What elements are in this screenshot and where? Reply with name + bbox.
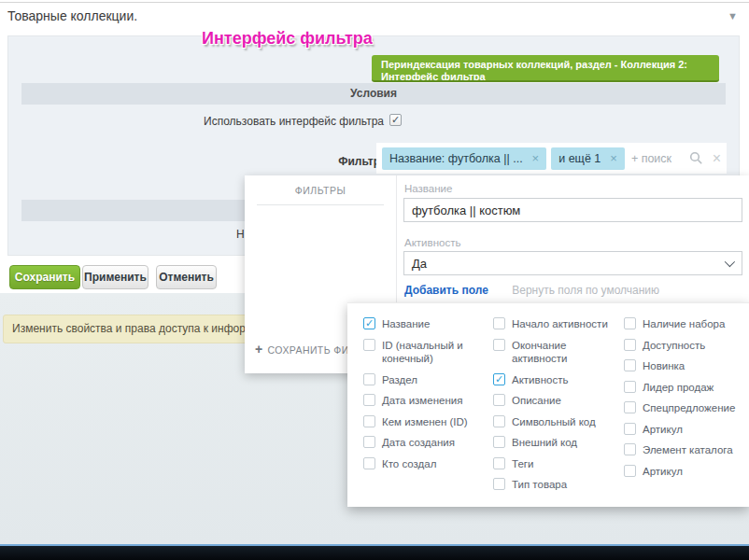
checkbox[interactable] bbox=[363, 394, 375, 406]
field-checkbox-item[interactable]: Кто создал bbox=[363, 457, 493, 471]
checkbox[interactable] bbox=[624, 381, 636, 393]
activity-field-label: Активность bbox=[404, 237, 460, 248]
field-checkbox-item[interactable]: ✓ Название bbox=[363, 317, 493, 331]
page-root: Товарные коллекции. ▼ Интерфейс фильтра … bbox=[0, 0, 749, 560]
field-label: Артикул bbox=[643, 465, 690, 479]
top-divider bbox=[0, 2, 749, 3]
checkbox[interactable] bbox=[493, 317, 505, 329]
field-checkbox-item[interactable]: Дата изменения bbox=[363, 394, 493, 408]
restore-fields-link[interactable]: Вернуть поля по умолчанию bbox=[512, 284, 659, 297]
apply-button[interactable]: Применить bbox=[82, 265, 148, 289]
filter-search-bar[interactable]: Название: футболка || ... × и ещё 1 × × bbox=[376, 143, 727, 174]
cancel-button[interactable]: Отменить bbox=[156, 265, 217, 289]
filter-search-input[interactable] bbox=[629, 151, 687, 166]
field-checkbox-item[interactable]: Элемент каталога bbox=[624, 443, 743, 457]
reindex-toast: Периндексация товарных коллекций, раздел… bbox=[372, 55, 719, 82]
field-checkbox-item[interactable]: Лидер продаж bbox=[624, 381, 743, 395]
field-checkbox-item[interactable]: Наличие набора bbox=[624, 317, 743, 331]
field-checkbox-item[interactable]: Теги bbox=[493, 457, 624, 471]
field-label: Внешний код bbox=[512, 436, 585, 450]
checkbox[interactable] bbox=[624, 465, 636, 477]
filter-chip-label: Название: футболка || ... bbox=[389, 152, 523, 165]
field-label: Активность bbox=[512, 373, 575, 387]
checkbox[interactable] bbox=[493, 436, 505, 448]
field-checkbox-item[interactable]: Дата создания bbox=[363, 436, 493, 450]
hidden-row-label-fragment: Н bbox=[236, 228, 245, 241]
filter-chip[interactable]: Название: футболка || ... × bbox=[382, 147, 546, 170]
fields-column: Начало активности Окончание активности ✓… bbox=[493, 317, 624, 507]
checkbox[interactable] bbox=[624, 423, 636, 435]
search-icon[interactable] bbox=[689, 151, 703, 165]
field-label: Тип товара bbox=[512, 478, 574, 492]
checkbox[interactable] bbox=[493, 339, 505, 351]
checkbox[interactable] bbox=[363, 415, 375, 427]
annotation-heading: Интерфейс фильтра bbox=[202, 29, 373, 49]
field-checkbox-item[interactable]: ID (начальный и конечный) bbox=[363, 339, 493, 366]
page-title: Товарные коллекции. bbox=[7, 8, 137, 23]
name-field-input[interactable] bbox=[403, 198, 742, 222]
checkbox[interactable] bbox=[493, 394, 505, 406]
field-checkbox-item[interactable]: Тип товара bbox=[493, 478, 624, 492]
fields-column: ✓ Название ID (начальный и конечный) Раз… bbox=[363, 317, 493, 507]
field-label: Раздел bbox=[382, 373, 425, 387]
field-label: Элемент каталога bbox=[643, 443, 741, 457]
checkbox[interactable] bbox=[493, 415, 505, 427]
checkbox[interactable]: ✓ bbox=[493, 373, 505, 385]
checkbox[interactable] bbox=[624, 359, 636, 371]
field-label: Доступность bbox=[643, 339, 713, 353]
field-checkbox-item[interactable]: Доступность bbox=[624, 339, 743, 353]
close-icon[interactable]: × bbox=[713, 150, 721, 167]
checkbox[interactable]: ✓ bbox=[363, 317, 375, 329]
field-checkbox-item[interactable]: Артикул bbox=[624, 423, 743, 437]
field-checkbox-item[interactable]: Окончание активности bbox=[493, 339, 624, 366]
checkbox[interactable] bbox=[624, 443, 636, 455]
field-label: Окончание активности bbox=[512, 339, 624, 366]
field-checkbox-item[interactable]: Кем изменен (ID) bbox=[363, 415, 493, 429]
save-button[interactable]: Сохранить bbox=[9, 265, 80, 289]
add-field-link[interactable]: Добавить поле bbox=[404, 284, 488, 297]
filter-chip-label: и ещё 1 bbox=[558, 152, 601, 165]
activity-select[interactable]: Да bbox=[403, 251, 742, 275]
fields-popup: ✓ Название ID (начальный и конечный) Раз… bbox=[347, 302, 749, 507]
field-checkbox-item[interactable]: ✓ Активность bbox=[493, 373, 624, 387]
close-icon[interactable]: × bbox=[532, 151, 540, 165]
checkbox[interactable] bbox=[363, 457, 375, 469]
plus-icon: + bbox=[255, 342, 263, 357]
field-checkbox-item[interactable]: Начало активности bbox=[493, 317, 624, 331]
field-checkbox-item[interactable]: Спецпредложение bbox=[624, 401, 743, 415]
name-field-label: Название bbox=[404, 183, 452, 194]
fields-column: Наличие набора Доступность Новинка Лидер… bbox=[624, 317, 743, 507]
checkbox[interactable] bbox=[624, 401, 636, 413]
close-icon[interactable]: × bbox=[610, 151, 617, 165]
conditions-section-header: Условия bbox=[21, 83, 726, 105]
chevron-down-icon[interactable]: ▼ bbox=[728, 10, 738, 21]
filters-sidebar-title: ФИЛЬТРЫ bbox=[245, 185, 396, 196]
checkbox[interactable] bbox=[363, 373, 375, 385]
field-label: Кто создал bbox=[382, 457, 444, 471]
field-label: Теги bbox=[512, 457, 541, 471]
checkbox[interactable] bbox=[624, 339, 636, 351]
field-label: Название bbox=[382, 317, 437, 331]
field-checkbox-item[interactable]: Раздел bbox=[363, 373, 493, 387]
use-filter-label: Использовать интерфейс фильтра bbox=[64, 115, 384, 128]
field-label: ID (начальный и конечный) bbox=[382, 339, 493, 366]
field-checkbox-item[interactable]: Новинка bbox=[624, 359, 743, 373]
field-checkbox-item[interactable]: Описание bbox=[493, 394, 624, 408]
field-checkbox-item[interactable]: Символьный код bbox=[493, 415, 624, 429]
checkbox[interactable] bbox=[493, 457, 505, 469]
field-label: Спецпредложение bbox=[643, 401, 742, 415]
checkbox[interactable] bbox=[493, 478, 505, 490]
checkbox[interactable] bbox=[363, 436, 375, 448]
filter-popup-links: Добавить поле Вернуть поля по умолчанию bbox=[404, 284, 659, 297]
field-label: Наличие набора bbox=[643, 317, 732, 331]
checkbox[interactable] bbox=[624, 317, 636, 329]
filter-chip[interactable]: и ещё 1 × bbox=[551, 147, 625, 170]
field-checkbox-item[interactable]: Внешний код bbox=[493, 436, 624, 450]
field-checkbox-item[interactable]: Артикул bbox=[624, 465, 743, 479]
field-label: Дата создания bbox=[382, 436, 462, 450]
checkbox[interactable] bbox=[363, 339, 375, 351]
use-filter-checkbox[interactable]: ✓ bbox=[389, 114, 402, 126]
footer-bar bbox=[0, 546, 749, 560]
field-label: Символьный код bbox=[512, 415, 603, 429]
filter-chips: Название: футболка || ... × и ещё 1 × bbox=[382, 147, 629, 170]
